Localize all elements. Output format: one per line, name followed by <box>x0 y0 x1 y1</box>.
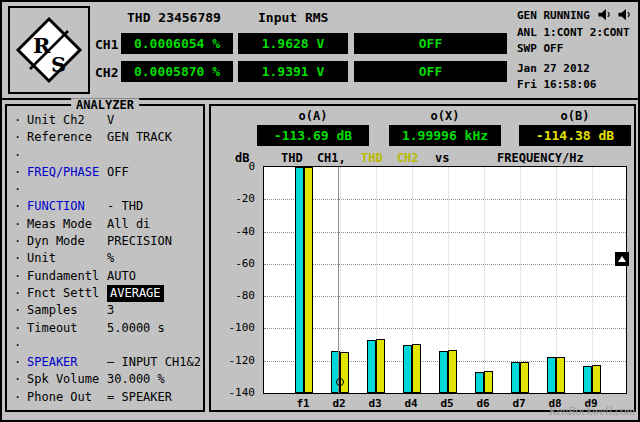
menu-item-value: All di <box>107 216 150 233</box>
menu-item-value: GEN TRACK <box>107 129 172 146</box>
menu-item-unit-ch2[interactable]: ·Unit Ch2V <box>7 112 203 129</box>
cursor-x-readout: 1.99996 kHz <box>389 125 501 146</box>
x-tick-d4: d4 <box>397 398 425 410</box>
bar-thd-ch1-d5 <box>439 351 448 393</box>
logo-letter-r: R <box>33 33 51 58</box>
menu-bullet: · <box>14 389 27 406</box>
cursor-b-readout: -114.38 dB <box>519 125 631 146</box>
menu-item-value: OFF <box>107 164 129 181</box>
menu-item-value: = SPEAKER <box>107 389 172 406</box>
date-display: Jan 27 2012 <box>517 62 590 75</box>
menu-item-spk-volume[interactable]: ·Spk Volume30.000 % <box>7 371 203 388</box>
v-gridline <box>484 167 485 393</box>
menu-item-reference[interactable]: ·ReferenceGEN TRACK <box>7 129 203 146</box>
menu-item-label: Dyn Mode <box>27 233 107 250</box>
x-tick-d3: d3 <box>361 398 389 410</box>
cursor-marker[interactable] <box>336 378 344 386</box>
cursor-a-label: o(A) <box>257 109 369 123</box>
y-tick--100: -100 <box>225 322 255 333</box>
menu-item-samples[interactable]: ·Samples3 <box>7 302 203 319</box>
menu-item-label: Unit <box>27 250 107 267</box>
analyzer-screen: R S THD 23456789 CH1 CH2 0.0006054 % 0.0… <box>0 0 640 422</box>
logo-letter-s: S <box>51 52 66 77</box>
menu-bullet: · <box>14 337 27 354</box>
legend-trace-ch2: THD CH2 <box>361 151 419 165</box>
bar-thd-ch2-f1 <box>304 167 313 393</box>
rs-logo-graphic: R S <box>15 16 83 84</box>
bar-thd-ch2-d9 <box>592 365 601 393</box>
bar-thd-ch2-d8 <box>556 357 565 393</box>
menu-bullet: · <box>14 268 27 285</box>
menu-bullet: · <box>14 354 27 371</box>
menu-item-label: FUNCTION <box>27 198 107 215</box>
x-tick-d6: d6 <box>469 398 497 410</box>
bar-thd-ch1-d4 <box>403 345 412 393</box>
v-gridline <box>592 167 593 393</box>
menu-item-label: Fundamentl <box>27 268 107 285</box>
sweep-status: SWP OFF <box>517 42 563 55</box>
menu-item-value: 30.000 % <box>107 371 165 388</box>
menu-item-freq-phase[interactable]: ·FREQ/PHASEOFF <box>7 164 203 181</box>
menu-item-unit[interactable]: ·Unit% <box>7 250 203 267</box>
bar-plot <box>263 166 627 394</box>
menu-bullet: · <box>14 302 27 319</box>
menu-item-value: V <box>107 112 114 129</box>
bar-thd-ch1-d3 <box>367 340 376 393</box>
menu-item-meas-mode[interactable]: ·Meas ModeAll di <box>7 216 203 233</box>
menu-item-fnct-settl[interactable]: ·Fnct SettlAVERAGE <box>7 285 203 302</box>
y-tick--60: -60 <box>225 258 255 269</box>
menu-bullet: · <box>14 181 27 198</box>
bar-thd-ch2-d4 <box>412 344 421 393</box>
ch1-label: CH1 <box>95 37 118 52</box>
y-tick-0: 0 <box>225 161 255 172</box>
bar-thd-ch2-d7 <box>520 362 529 393</box>
bar-thd-ch2-d2 <box>340 352 349 393</box>
menu-item-value: - THD <box>107 198 143 215</box>
menu-item-label: Fnct Settl <box>27 285 107 302</box>
y-tick--80: -80 <box>225 290 255 301</box>
bar-thd-ch1-d9 <box>583 366 592 393</box>
menu-bullet: · <box>14 147 27 164</box>
v-gridline <box>520 167 521 393</box>
menu-spacer: · <box>7 147 203 164</box>
y-tick--120: -120 <box>225 355 255 366</box>
menu-item-value: — INPUT CH1&2 <box>107 354 201 371</box>
menu-bullet: · <box>14 233 27 250</box>
menu-item-dyn-mode[interactable]: ·Dyn ModePRECISION <box>7 233 203 250</box>
h-gridline <box>264 328 626 329</box>
cursor-a-readout: -113.69 dB <box>257 125 369 146</box>
menu-item-label: Spk Volume <box>27 371 107 388</box>
scroll-up-icon[interactable] <box>615 252 629 266</box>
menu-item-value: 5.0000 s <box>107 320 165 337</box>
x-tick-d5: d5 <box>433 398 461 410</box>
bar-thd-ch2-d6 <box>484 371 493 393</box>
menu-bullet: · <box>14 250 27 267</box>
x-tick-d2: d2 <box>325 398 353 410</box>
menu-item-label: FREQ/PHASE <box>27 164 107 181</box>
menu-bullet: · <box>14 129 27 146</box>
bar-thd-ch1-d6 <box>475 372 484 393</box>
menu-bullet: · <box>14 285 27 302</box>
menu-item-label: Unit Ch2 <box>27 112 107 129</box>
menu-item-label: Phone Out <box>27 389 107 406</box>
cursor-line[interactable] <box>338 167 339 393</box>
cursor-x-label: o(X) <box>389 109 501 123</box>
bar-thd-ch1-f1 <box>295 167 304 393</box>
menu-item-function[interactable]: ·FUNCTION- THD <box>7 198 203 215</box>
ch2-thd-readout: 0.0005870 % <box>121 61 233 82</box>
x-tick-d7: d7 <box>505 398 533 410</box>
menu-item-speaker[interactable]: ·SPEAKER— INPUT CH1&2 <box>7 354 203 371</box>
menu-item-fundamentl[interactable]: ·FundamentlAUTO <box>7 268 203 285</box>
generator-status: GEN RUNNING <box>517 9 590 22</box>
y-tick--40: -40 <box>225 226 255 237</box>
h-gridline <box>264 296 626 297</box>
menu-item-timeout[interactable]: ·Timeout5.0000 s <box>7 320 203 337</box>
menu-spacer: · <box>7 181 203 198</box>
aux-readout-1: OFF <box>354 33 507 54</box>
y-axis-ticks: 0-20-40-60-80-100-120-140 <box>225 166 259 394</box>
bar-thd-ch1-d8 <box>547 357 556 393</box>
menu-item-label: Reference <box>27 129 107 146</box>
menu-item-label: Meas Mode <box>27 216 107 233</box>
menu-item-phone-out[interactable]: ·Phone Out= SPEAKER <box>7 389 203 406</box>
ch2-label: CH2 <box>95 65 118 80</box>
